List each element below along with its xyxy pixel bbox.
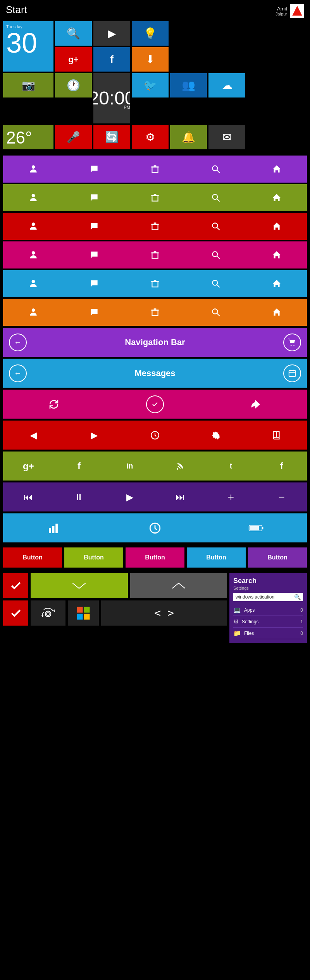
date-tile[interactable]: Tuesday 30 (3, 21, 53, 72)
clock-tile[interactable]: 🕐 (55, 73, 92, 97)
tb-orange-home[interactable] (246, 299, 307, 326)
media-next-button[interactable]: ▶ (64, 430, 125, 441)
windows-logo-tile[interactable] (68, 600, 99, 626)
tb-red-trash[interactable] (125, 213, 186, 240)
gplus-tile[interactable]: g+ (55, 47, 92, 72)
tb-olive-home[interactable] (246, 184, 307, 211)
cloud-tile[interactable]: ☁ (208, 73, 245, 97)
search-result-apps[interactable]: 💻 Apps 0 (233, 604, 303, 616)
tb-magenta-home[interactable] (246, 241, 307, 269)
nav-cart-button[interactable] (283, 334, 301, 351)
tb-orange-trash[interactable] (125, 299, 186, 326)
tb-red-chat[interactable] (64, 213, 125, 240)
tb-purple-chat[interactable] (64, 156, 125, 183)
tb-olive-trash[interactable] (125, 184, 186, 211)
soc-twitter-button[interactable]: t (206, 462, 257, 470)
check-button[interactable] (104, 395, 205, 413)
tb-red-person[interactable] (3, 213, 64, 240)
tb-magenta-chat[interactable] (64, 241, 125, 269)
search-result-files[interactable]: 📁 Files 0 (233, 628, 303, 639)
button-olive[interactable]: Button (64, 547, 123, 568)
bell-tile[interactable]: 🔔 (170, 125, 207, 149)
tb-purple-person[interactable] (3, 156, 64, 183)
tb-purple-home[interactable] (246, 156, 307, 183)
search-result-settings[interactable]: ⚙ Settings 1 (233, 616, 303, 628)
tb-orange-chat[interactable] (64, 299, 125, 326)
mail-tile[interactable]: ✉ (208, 125, 245, 149)
play-plus-button[interactable]: + (206, 491, 257, 503)
tb-blue-chat[interactable] (64, 270, 125, 297)
camera-rotate-tile[interactable] (31, 600, 65, 626)
stats-clock-button[interactable] (104, 522, 205, 535)
play-tile[interactable]: ▶ (93, 21, 130, 46)
play-play-button[interactable]: ▶ (104, 492, 155, 503)
button-red[interactable]: Button (3, 547, 62, 568)
download-tile[interactable]: ⬇ (132, 47, 169, 72)
soc-facebook-button[interactable]: f (54, 461, 105, 472)
svg-point-46 (46, 612, 50, 616)
soc-linkedin-button[interactable]: in (104, 462, 155, 470)
refresh-button[interactable] (3, 398, 104, 410)
refresh-tile[interactable]: 🔄 (93, 125, 130, 149)
svg-point-20 (212, 280, 217, 285)
button-blue[interactable]: Button (187, 547, 246, 568)
camera-tile[interactable]: 📷 (3, 73, 53, 97)
search-submit-icon[interactable]: 🔍 (294, 594, 301, 600)
big-clock-tile[interactable]: 20:00 PM (93, 73, 130, 123)
apps-label: Apps (244, 607, 255, 613)
code-brackets-tile[interactable]: < > (101, 600, 227, 626)
bulb-tile[interactable]: 💡 (132, 21, 169, 46)
tb-blue-home[interactable] (246, 270, 307, 297)
tb-purple-search[interactable] (185, 156, 246, 183)
tb-olive-chat[interactable] (64, 184, 125, 211)
play-forward-button[interactable]: ⏭ (155, 492, 206, 503)
share-button[interactable] (206, 398, 307, 410)
msg-calendar-button[interactable] (283, 364, 301, 382)
play-pause-button[interactable]: ⏸ (54, 492, 105, 503)
check-red-1[interactable] (3, 573, 28, 598)
tb-magenta-person[interactable] (3, 241, 64, 269)
tb-purple-trash[interactable] (125, 156, 186, 183)
stats-battery-button[interactable] (206, 523, 307, 534)
settings-tile[interactable]: ⚙ (132, 125, 169, 149)
tb-olive-person[interactable] (3, 184, 64, 211)
tb-orange-person[interactable] (3, 299, 64, 326)
check-red-2[interactable] (3, 600, 28, 626)
tb-blue-trash[interactable] (125, 270, 186, 297)
search-input-wrap[interactable]: 🔍 (233, 593, 303, 601)
play-rewind-button[interactable]: ⏮ (3, 492, 54, 503)
nav-back-button[interactable]: ← (9, 334, 27, 351)
soc-rss-button[interactable] (155, 462, 206, 471)
media-clock-button[interactable] (125, 430, 186, 440)
search-input[interactable] (236, 594, 294, 600)
tb-blue-person[interactable] (3, 270, 64, 297)
button-magenta[interactable]: Button (126, 547, 184, 568)
tb-magenta-search[interactable] (185, 241, 246, 269)
soc-gplus-button[interactable]: g+ (3, 461, 54, 472)
media-book-button[interactable] (246, 430, 307, 440)
stats-bar-chart-button[interactable] (3, 522, 104, 535)
tb-orange-search[interactable] (185, 299, 246, 326)
twitter-tile[interactable]: 🐦 (132, 73, 169, 97)
mail-icon: ✉ (222, 131, 231, 144)
tb-red-search[interactable] (185, 213, 246, 240)
tb-red-home[interactable] (246, 213, 307, 240)
button-purple[interactable]: Button (248, 547, 307, 568)
people-icon: 👥 (182, 79, 195, 92)
check-gray-1[interactable] (130, 573, 227, 598)
tb-magenta-trash[interactable] (125, 241, 186, 269)
soc-facebook2-button[interactable]: f (256, 461, 307, 472)
media-prev-button[interactable]: ◀ (3, 430, 64, 441)
msg-back-button[interactable]: ← (9, 364, 27, 382)
tb-olive-search[interactable] (185, 184, 246, 211)
media-location-button[interactable] (185, 430, 246, 440)
people-tile[interactable]: 👥 (170, 73, 207, 97)
tb-blue-search[interactable] (185, 270, 246, 297)
temp-tile[interactable]: 26° (3, 125, 53, 149)
facebook-tile[interactable]: f (93, 47, 130, 72)
check-olive-1[interactable] (31, 573, 128, 598)
play-minus-button[interactable]: − (256, 491, 307, 503)
mic-tile[interactable]: 🎤 (55, 125, 92, 149)
search-tile[interactable]: 🔍 (55, 21, 92, 46)
user-location: Jaipur (276, 12, 287, 16)
